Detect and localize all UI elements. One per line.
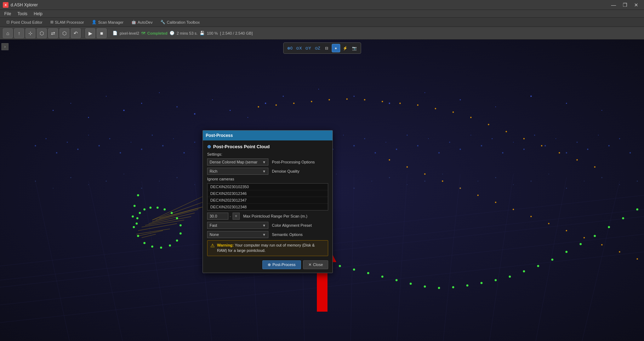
range-sep: - (230, 214, 231, 218)
quality-row: Rich ▼ Denoise Quality (207, 168, 328, 175)
svg-point-179 (509, 276, 511, 278)
svg-point-40 (602, 110, 602, 111)
svg-point-131 (601, 244, 603, 245)
range-input[interactable] (207, 213, 228, 220)
svg-point-49 (109, 138, 110, 139)
svg-point-74 (375, 152, 376, 154)
svg-point-207 (354, 188, 355, 189)
svg-point-46 (77, 149, 79, 150)
svg-point-143 (176, 239, 178, 242)
process-icon: ⊕ (268, 262, 271, 267)
zoom-icon: 💾 (200, 31, 205, 35)
svg-point-83 (471, 135, 471, 135)
viewport[interactable]: › ⊕0 ⊙X ⊙Y ⊙Z ⊟ ● ⚡ 📷 Post-Process ⊕ Pos… (0, 40, 644, 341)
module-slam-processor[interactable]: ⊞ SLAM Processor (47, 19, 88, 25)
menu-file[interactable]: File (1, 11, 14, 17)
svg-point-220 (584, 181, 585, 181)
toolbar-btn-shape[interactable]: ⬡ (59, 28, 69, 38)
svg-point-128 (548, 223, 549, 224)
vp-globe-btn[interactable]: ⊕0 (286, 44, 294, 52)
color-select[interactable]: Fast ▼ (207, 222, 268, 229)
module-point-cloud-editor[interactable]: ⊡ Point Cloud Editor (3, 19, 46, 25)
svg-point-47 (88, 135, 89, 135)
toolbar-btn-undo[interactable]: ↶ (71, 28, 81, 38)
dialog-content: ⊕ Post-Process Point Cloud Settings: Den… (203, 140, 332, 273)
svg-point-213 (460, 188, 461, 189)
svg-point-42 (35, 145, 36, 146)
toolbar-btn-play[interactable]: ▶ (85, 28, 95, 38)
preset-select[interactable]: Dense Colored Map (semar ▼ (207, 158, 268, 166)
dialog-titlebar[interactable]: Post-Process (203, 131, 332, 140)
svg-point-180 (523, 270, 525, 272)
toolbar-btn-home[interactable]: ⌂ (3, 28, 13, 38)
vp-oy-btn[interactable]: ⊙Y (304, 44, 313, 52)
svg-point-172 (410, 283, 412, 285)
toolbar-separator-1 (83, 29, 83, 37)
svg-point-50 (120, 152, 121, 154)
svg-point-54 (162, 145, 164, 146)
range-plus-btn[interactable]: + (233, 213, 240, 220)
svg-point-122 (442, 180, 443, 182)
toolbar-btn-color[interactable]: ⬡ (37, 28, 47, 38)
camera-item-1[interactable]: DECXIN2023012346 (207, 190, 328, 197)
svg-point-57 (194, 142, 195, 143)
toolbar-btn-select[interactable]: ⇄ (48, 28, 58, 38)
toolbar-btn-stop[interactable]: ■ (97, 28, 107, 38)
toolbar-btn-export[interactable]: ↑ (14, 28, 24, 38)
vp-ox-btn[interactable]: ⊙X (295, 44, 303, 52)
vp-circle-btn[interactable]: ● (332, 44, 340, 52)
svg-point-120 (406, 166, 408, 168)
svg-point-110 (452, 111, 454, 113)
module-scan-manager[interactable]: 👤 Scan Manager (88, 19, 127, 25)
menu-help[interactable]: Help (31, 11, 45, 17)
svg-point-55 (173, 138, 174, 139)
svg-point-53 (152, 135, 153, 136)
toolbar-btn-transform[interactable]: ⊹ (25, 28, 35, 38)
svg-point-102 (311, 101, 312, 102)
camera-item-0[interactable]: DECXIN20230102350 (207, 184, 328, 190)
svg-point-135 (133, 205, 136, 207)
vp-oz-btn[interactable]: ⊙Z (313, 44, 322, 52)
svg-point-21 (106, 96, 107, 97)
close-button[interactable]: ✕ (631, 1, 641, 8)
menu-tools[interactable]: Tools (15, 11, 30, 17)
svg-point-98 (629, 152, 631, 154)
svg-point-127 (530, 216, 532, 217)
module-calibration[interactable]: 🔧 Calibration Toolbox (157, 19, 203, 25)
svg-point-79 (428, 138, 429, 139)
preset-arrow-icon: ▼ (262, 160, 266, 164)
settings-label: Settings: (207, 152, 328, 156)
warning-row: ⚠ Warning: Your computer may run out of … (207, 240, 328, 256)
vp-tree-btn[interactable]: ⚡ (341, 44, 349, 52)
svg-point-139 (143, 242, 146, 244)
svg-point-154 (136, 222, 138, 225)
status-label: Completed (147, 31, 167, 35)
close-dialog-button[interactable]: ✕ Close (303, 260, 328, 269)
svg-point-117 (576, 159, 578, 161)
svg-point-193 (106, 181, 107, 182)
side-panel-toggle[interactable]: › (1, 43, 8, 50)
svg-point-216 (513, 184, 514, 185)
post-process-button[interactable]: ⊕ Post-Process (262, 260, 301, 269)
title-bar-left: X d.ASH Xplorer (3, 2, 38, 8)
svg-point-188 (636, 208, 638, 210)
svg-point-175 (452, 286, 454, 288)
svg-point-73 (364, 138, 365, 139)
svg-point-151 (143, 208, 146, 210)
maximize-button[interactable]: ❐ (620, 1, 630, 8)
svg-point-48 (98, 145, 100, 146)
svg-point-84 (481, 145, 482, 146)
minimize-button[interactable]: — (609, 1, 619, 8)
semantic-label: Semantic Options (270, 232, 328, 237)
svg-point-145 (179, 224, 182, 226)
svg-point-86 (502, 152, 503, 154)
semantic-select[interactable]: None ▼ (207, 231, 268, 238)
camera-item-3[interactable]: DECXIN2023012348 (207, 204, 328, 210)
module-autodev[interactable]: 🤖 AutoDev (128, 19, 156, 25)
svg-point-106 (382, 101, 383, 102)
vp-grid-btn[interactable]: ⊟ (323, 44, 331, 52)
svg-point-24 (159, 92, 160, 93)
vp-camera-btn[interactable]: 📷 (350, 44, 359, 52)
camera-item-2[interactable]: DECXIN2023012347 (207, 197, 328, 204)
quality-select[interactable]: Rich ▼ (207, 168, 268, 175)
